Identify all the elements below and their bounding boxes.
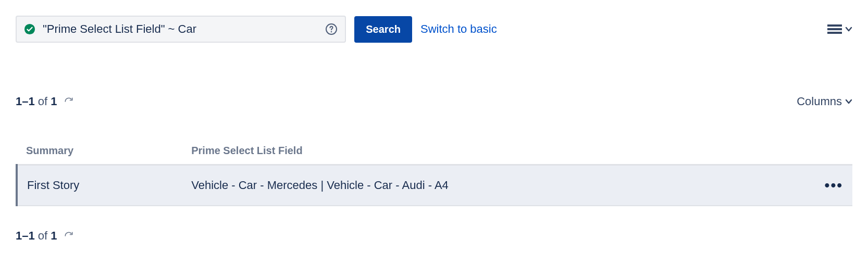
row-actions-button[interactable]: ••• — [815, 165, 852, 206]
cell-summary[interactable]: First Story — [17, 165, 182, 206]
columns-dropdown[interactable]: Columns — [797, 95, 852, 108]
pagination-range-bottom: 1–1 of 1 — [16, 229, 57, 243]
view-switcher-button[interactable] — [827, 23, 852, 35]
svg-point-2 — [331, 31, 332, 33]
pagination-range: 1–1 of 1 — [16, 95, 57, 108]
switch-to-basic-link[interactable]: Switch to basic — [420, 22, 497, 36]
svg-rect-3 — [827, 24, 842, 27]
cell-field: Vehicle - Car - Mercedes | Vehicle - Car… — [182, 165, 815, 206]
col-actions-header — [815, 140, 852, 165]
results-table: Summary Prime Select List Field First St… — [16, 140, 852, 206]
help-icon[interactable] — [325, 23, 338, 35]
check-circle-icon — [24, 23, 35, 35]
refresh-icon-bottom[interactable] — [64, 231, 74, 241]
refresh-icon[interactable] — [64, 96, 74, 107]
svg-rect-5 — [827, 32, 842, 34]
table-row[interactable]: First Story Vehicle - Car - Mercedes | V… — [17, 165, 852, 206]
jql-input[interactable] — [42, 22, 325, 36]
col-summary-header[interactable]: Summary — [17, 140, 182, 165]
jql-input-container[interactable] — [16, 16, 346, 43]
col-field-header[interactable]: Prime Select List Field — [182, 140, 815, 165]
more-icon: ••• — [825, 177, 843, 193]
search-button[interactable]: Search — [354, 16, 412, 43]
columns-label: Columns — [797, 95, 842, 108]
svg-rect-4 — [827, 28, 842, 30]
